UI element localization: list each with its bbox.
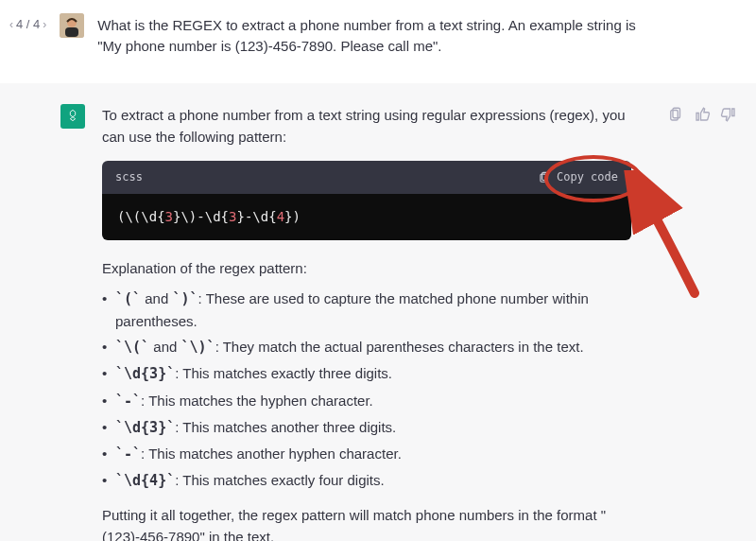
list-item: `-`: This matches the hyphen character. — [102, 390, 650, 412]
user-avatar — [60, 13, 84, 38]
list-item: `-`: This matches another hyphen charact… — [102, 443, 650, 465]
svg-rect-6 — [671, 110, 679, 120]
explanation-title: Explanation of the regex pattern: — [102, 257, 650, 279]
user-message-row: ‹ 4 / 4 › What is the REGEX to extract a… — [0, 0, 756, 83]
assistant-intro: To extract a phone number from a text st… — [102, 104, 650, 148]
copy-code-label: Copy code — [557, 168, 618, 186]
next-icon[interactable]: › — [43, 18, 46, 31]
pager-label: 4 / 4 — [16, 17, 40, 31]
list-item: `\d{3}`: This matches another three digi… — [102, 416, 650, 439]
pager: ‹ 4 / 4 › — [9, 17, 46, 31]
assistant-outro: Putting it all together, the regex patte… — [102, 504, 650, 541]
assistant-body: To extract a phone number from a text st… — [102, 104, 650, 542]
thumbs-up-icon[interactable] — [694, 106, 711, 123]
message-actions — [667, 106, 737, 542]
code-header: scss Copy code — [102, 161, 631, 194]
list-item: `\(` and `\)`: They match the actual par… — [102, 336, 650, 358]
list-item: `\d{3}`: This matches exactly three digi… — [102, 362, 650, 385]
clipboard-icon[interactable] — [667, 106, 684, 123]
copy-code-button[interactable]: Copy code — [538, 168, 618, 186]
list-item: `\d{4}`: This matches exactly four digit… — [102, 469, 650, 492]
code-content: (\(\d{3}\)-\d{3}-\d{4}) — [102, 194, 631, 241]
assistant-message-row: To extract a phone number from a text st… — [0, 83, 756, 542]
list-item: `(` and `)`: These are used to capture t… — [102, 288, 650, 333]
clipboard-icon — [538, 170, 551, 183]
user-message-text: What is the REGEX to extract a phone num… — [97, 13, 645, 57]
svg-rect-5 — [673, 108, 680, 118]
prev-icon[interactable]: ‹ — [9, 18, 13, 31]
code-lang-label: scss — [115, 168, 143, 186]
svg-rect-2 — [65, 27, 78, 37]
code-block: scss Copy code (\(\d{3}\)-\d{3}-\d{4}) — [102, 161, 631, 240]
thumbs-down-icon[interactable] — [720, 106, 737, 123]
explanation-list: `(` and `)`: These are used to capture t… — [102, 288, 650, 493]
assistant-avatar — [60, 104, 85, 129]
